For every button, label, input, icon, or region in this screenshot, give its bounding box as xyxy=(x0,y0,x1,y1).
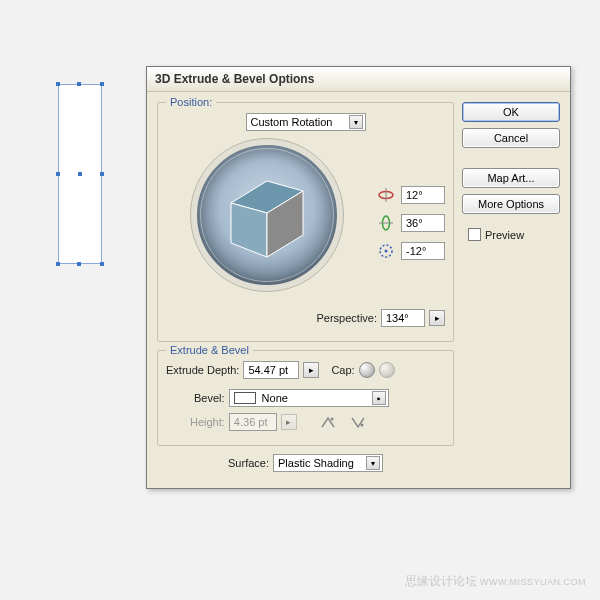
bevel-in-icon[interactable] xyxy=(319,413,337,431)
map-art-button[interactable]: Map Art... xyxy=(462,168,560,188)
watermark: 思缘设计论坛 WWW.MISSYUAN.COM xyxy=(405,573,586,590)
dropdown-icon: ▪ xyxy=(372,391,386,405)
dialog-body: Position: Custom Rotation ▾ xyxy=(147,92,570,488)
watermark-en: WWW.MISSYUAN.COM xyxy=(480,577,586,587)
handle-sw[interactable] xyxy=(56,262,60,266)
svg-point-9 xyxy=(330,418,333,421)
height-label: Height: xyxy=(190,416,225,428)
preview-label: Preview xyxy=(485,229,524,241)
surface-label: Surface: xyxy=(228,457,269,469)
perspective-stepper[interactable]: ▸ xyxy=(429,310,445,326)
handle-e[interactable] xyxy=(100,172,104,176)
handle-nw[interactable] xyxy=(56,82,60,86)
rotate-y-icon xyxy=(377,214,395,232)
svg-marker-1 xyxy=(231,203,267,257)
cap-on-icon[interactable] xyxy=(359,362,375,378)
cube-icon xyxy=(207,155,327,275)
surface-select[interactable]: Plastic Shading ▾ xyxy=(273,454,383,472)
handle-s[interactable] xyxy=(77,262,81,266)
watermark-cn: 思缘设计论坛 xyxy=(405,574,477,588)
rotate-z-icon xyxy=(377,242,395,260)
bevel-label: Bevel: xyxy=(194,392,225,404)
position-value: Custom Rotation xyxy=(251,116,333,128)
svg-point-10 xyxy=(360,424,363,427)
dropdown-icon: ▾ xyxy=(366,456,380,470)
rotate-x-input[interactable] xyxy=(401,186,445,204)
handle-n[interactable] xyxy=(77,82,81,86)
perspective-input[interactable] xyxy=(381,309,425,327)
rotation-preview[interactable] xyxy=(191,139,343,291)
position-select[interactable]: Custom Rotation ▾ xyxy=(246,113,366,131)
rotate-z-input[interactable] xyxy=(401,242,445,260)
bevel-thumb-icon xyxy=(234,392,256,404)
handle-w[interactable] xyxy=(56,172,60,176)
center-point[interactable] xyxy=(78,172,82,176)
depth-input[interactable] xyxy=(243,361,299,379)
dialog-3d-extrude-bevel: 3D Extrude & Bevel Options Position: Cus… xyxy=(146,66,571,489)
cancel-button[interactable]: Cancel xyxy=(462,128,560,148)
preview-checkbox[interactable] xyxy=(468,228,481,241)
dropdown-icon: ▾ xyxy=(349,115,363,129)
surface-value: Plastic Shading xyxy=(278,457,354,469)
height-input xyxy=(229,413,277,431)
canvas: 3D Extrude & Bevel Options Position: Cus… xyxy=(0,0,600,600)
depth-label: Extrude Depth: xyxy=(166,364,239,376)
handle-ne[interactable] xyxy=(100,82,104,86)
svg-point-8 xyxy=(385,250,388,253)
position-legend: Position: xyxy=(166,96,216,108)
more-options-button[interactable]: More Options xyxy=(462,194,560,214)
depth-stepper[interactable]: ▸ xyxy=(303,362,319,378)
extrude-legend: Extrude & Bevel xyxy=(166,344,253,356)
bevel-value: None xyxy=(262,392,288,404)
bevel-select[interactable]: None ▪ xyxy=(229,389,389,407)
bevel-out-icon[interactable] xyxy=(349,413,367,431)
perspective-label: Perspective: xyxy=(316,312,377,324)
handle-se[interactable] xyxy=(100,262,104,266)
ok-button[interactable]: OK xyxy=(462,102,560,122)
dialog-title: 3D Extrude & Bevel Options xyxy=(147,67,570,92)
height-stepper: ▸ xyxy=(281,414,297,430)
position-fieldset: Position: Custom Rotation ▾ xyxy=(157,102,454,342)
cap-label: Cap: xyxy=(331,364,354,376)
rotate-x-icon xyxy=(377,186,395,204)
rotate-y-input[interactable] xyxy=(401,214,445,232)
cap-off-icon[interactable] xyxy=(379,362,395,378)
extrude-fieldset: Extrude & Bevel Extrude Depth: ▸ Cap: Be… xyxy=(157,350,454,446)
